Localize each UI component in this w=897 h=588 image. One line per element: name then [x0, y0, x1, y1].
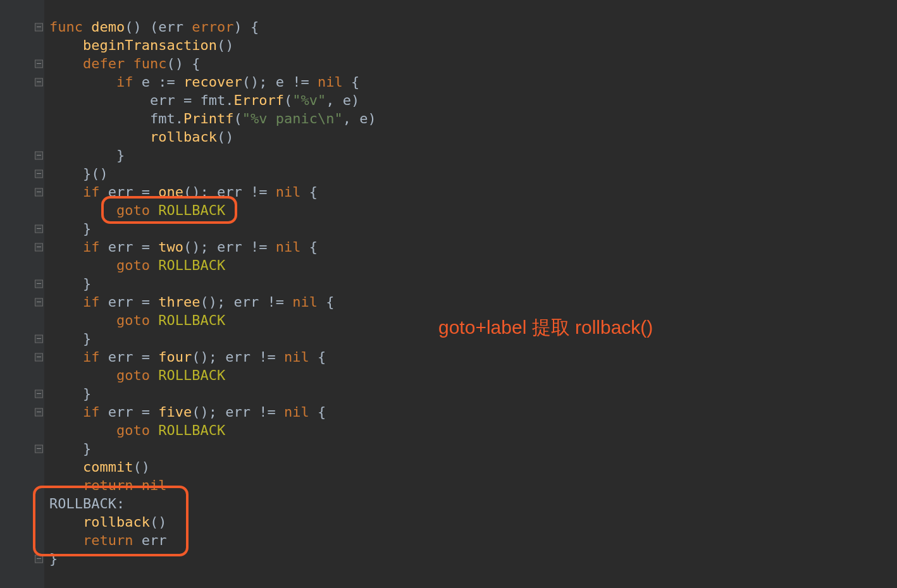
code-token: ()	[217, 37, 234, 53]
code-line[interactable]: beginTransaction()	[49, 36, 233, 54]
code-token: }	[83, 441, 91, 456]
code-token: ,	[326, 92, 343, 108]
gutter-line	[0, 421, 44, 439]
code-line[interactable]: if err = one(); err != nil {	[49, 183, 318, 201]
gutter-line	[0, 54, 44, 73]
code-line[interactable]: }	[49, 549, 58, 568]
fold-open-icon[interactable]	[35, 243, 43, 251]
code-token: {	[309, 404, 326, 420]
code-line[interactable]: if err = five(); err != nil {	[49, 403, 326, 421]
code-token: two	[158, 239, 183, 255]
code-line[interactable]: }	[49, 274, 91, 293]
code-line[interactable]: commit()	[49, 458, 150, 476]
code-line[interactable]: }	[49, 329, 91, 348]
fold-close-icon[interactable]	[35, 554, 43, 563]
code-line[interactable]: }	[49, 384, 91, 403]
code-token: !=	[251, 184, 276, 200]
fold-close-icon[interactable]	[35, 334, 43, 343]
code-token: nil	[284, 404, 309, 420]
code-line[interactable]: }()	[49, 164, 108, 183]
code-token: ROLLBACK	[158, 367, 225, 383]
code-token: (	[233, 111, 242, 126]
code-token: ();	[192, 349, 225, 365]
code-line[interactable]: }	[49, 439, 91, 458]
code-token: ROLLBACK	[158, 202, 225, 218]
code-token: err	[108, 294, 142, 310]
code-line[interactable]: goto ROLLBACK	[49, 201, 225, 219]
code-line[interactable]: err = fmt.Errorf("%v", e)	[49, 91, 359, 109]
code-token: =	[142, 294, 159, 310]
gutter-line	[0, 146, 44, 164]
fold-open-icon[interactable]	[35, 188, 43, 196]
code-token: e	[276, 74, 293, 90]
code-line[interactable]: return nil	[49, 476, 166, 494]
gutter-line	[0, 36, 44, 54]
code-token: ) {	[233, 19, 259, 35]
code-line[interactable]: return err	[49, 531, 166, 549]
code-token: }	[83, 386, 91, 401]
code-token: nil	[318, 74, 343, 90]
code-token: if	[83, 349, 108, 365]
code-token: e	[359, 111, 368, 126]
code-token: if	[83, 404, 108, 420]
code-line[interactable]: }	[49, 146, 125, 164]
code-line[interactable]: defer func() {	[49, 54, 200, 73]
code-line[interactable]: func demo() (err error) {	[49, 18, 259, 36]
gutter-line	[0, 549, 44, 568]
code-line[interactable]: fmt.Printf("%v panic\n", e)	[49, 109, 376, 128]
code-line[interactable]: goto ROLLBACK	[49, 311, 225, 329]
code-token: func	[133, 56, 166, 71]
code-token: nil	[276, 184, 301, 200]
fold-open-icon[interactable]	[35, 408, 43, 416]
code-area[interactable]: func demo() (err error) { beginTransacti…	[44, 0, 897, 588]
code-line[interactable]: goto ROLLBACK	[49, 421, 225, 439]
fold-open-icon[interactable]	[35, 23, 43, 31]
code-token: ROLLBACK	[158, 257, 225, 273]
fold-open-icon[interactable]	[35, 353, 43, 361]
fold-close-icon[interactable]	[35, 169, 43, 178]
code-token: }	[83, 221, 91, 236]
code-line[interactable]: rollback()	[49, 128, 233, 146]
fold-open-icon[interactable]	[35, 78, 43, 86]
code-token: !=	[259, 349, 284, 365]
code-token: rollback	[83, 514, 150, 530]
gutter-line	[0, 91, 44, 109]
code-token: {	[300, 239, 318, 255]
fold-close-icon[interactable]	[35, 224, 43, 233]
code-token: goto	[116, 202, 158, 218]
fold-open-icon[interactable]	[35, 298, 43, 306]
gutter-line	[0, 274, 44, 293]
code-line[interactable]: if e := recover(); e != nil {	[49, 73, 359, 91]
annotation-text: goto+label 提取 rollback()	[438, 318, 653, 336]
code-line[interactable]: if err = four(); err != nil {	[49, 348, 326, 366]
code-token: goto	[116, 422, 158, 438]
code-token: if	[83, 184, 108, 200]
code-token: =	[142, 239, 159, 255]
code-token: five	[158, 404, 192, 420]
fold-close-icon[interactable]	[35, 279, 43, 288]
gutter-line	[0, 293, 44, 311]
code-line[interactable]: rollback()	[49, 513, 166, 531]
code-token: err	[217, 184, 251, 200]
code-token: Printf	[183, 111, 233, 126]
code-line[interactable]: ROLLBACK:	[49, 494, 125, 513]
fold-open-icon[interactable]	[35, 59, 43, 68]
code-token: !=	[259, 404, 284, 420]
code-line[interactable]: goto ROLLBACK	[49, 366, 225, 384]
fold-close-icon[interactable]	[35, 389, 43, 398]
fold-close-icon[interactable]	[35, 151, 43, 159]
gutter-line	[0, 403, 44, 421]
fold-close-icon[interactable]	[35, 444, 43, 453]
code-token: =	[142, 184, 159, 200]
gutter-line	[0, 494, 44, 513]
code-token: .	[175, 111, 183, 126]
code-token: err	[158, 19, 192, 35]
code-token: return	[83, 477, 142, 493]
code-line[interactable]: goto ROLLBACK	[49, 256, 225, 274]
code-line[interactable]: if err = three(); err != nil {	[49, 293, 334, 311]
code-line[interactable]: }	[49, 219, 91, 238]
code-line[interactable]: if err = two(); err != nil {	[49, 238, 318, 256]
code-token: e	[343, 92, 351, 108]
code-token: err	[150, 92, 183, 108]
code-token: !=	[251, 239, 276, 255]
